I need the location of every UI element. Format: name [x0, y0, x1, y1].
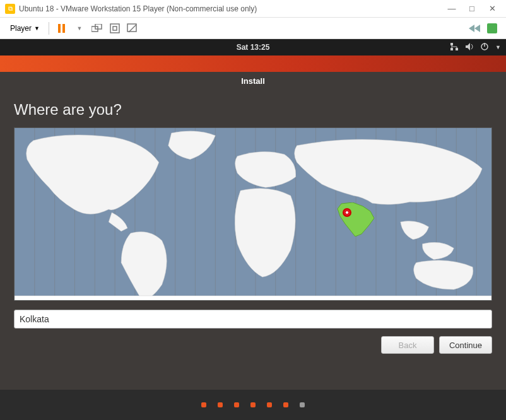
guest-screen: Sat 13:25 ▼ Install Where are you?: [0, 39, 506, 420]
send-ctrl-alt-del-button[interactable]: [90, 21, 105, 36]
progress-dot: [201, 402, 206, 407]
note-icon: [487, 23, 497, 33]
vmware-app-icon: ⧉: [5, 4, 15, 14]
heading-where-are-you: Where are you?: [14, 101, 492, 119]
toolbar-separator: [49, 22, 49, 35]
back-button[interactable]: Back: [381, 336, 434, 354]
svg-rect-3: [113, 26, 117, 30]
svg-line-5: [129, 25, 136, 32]
svg-rect-2: [110, 24, 119, 33]
unity-icon: [127, 23, 138, 33]
cycle-multiple-monitors-button[interactable]: [467, 21, 482, 36]
svg-rect-4: [127, 24, 136, 32]
button-row: Back Continue: [14, 336, 492, 354]
send-keys-icon: [91, 24, 103, 33]
progress-dot: [283, 402, 288, 407]
progress-dot: [250, 402, 256, 407]
svg-rect-10: [456, 48, 458, 50]
player-menu[interactable]: Player ▼: [5, 21, 45, 35]
continue-button[interactable]: Continue: [439, 336, 492, 354]
svg-marker-7: [474, 25, 480, 32]
vmware-toolbar: Player ▼ ▼: [0, 18, 506, 39]
maximize-button[interactable]: □: [463, 3, 481, 15]
network-icon[interactable]: [450, 42, 459, 53]
svg-marker-6: [469, 25, 474, 32]
pause-vm-button[interactable]: [54, 21, 69, 36]
pause-icon: [58, 24, 65, 33]
svg-rect-9: [450, 48, 453, 50]
window-title-bar: ⧉ Ubuntu 18 - VMware Workstation 15 Play…: [0, 0, 506, 18]
progress-dot: [300, 402, 305, 407]
power-dropdown-button[interactable]: ▼: [72, 21, 87, 36]
manage-notes-button[interactable]: [485, 21, 500, 36]
clock[interactable]: Sat 13:25: [237, 43, 270, 52]
rewind-icon: [469, 25, 480, 32]
player-menu-label: Player: [10, 24, 32, 33]
close-button[interactable]: ✕: [483, 3, 501, 15]
power-icon[interactable]: [480, 42, 489, 53]
svg-rect-8: [450, 43, 453, 45]
chevron-down-icon: ▼: [34, 25, 40, 32]
progress-dot: [218, 402, 223, 407]
installer-progress-dots: [0, 390, 506, 420]
progress-dot: [234, 402, 239, 407]
svg-marker-11: [466, 43, 470, 50]
unity-mode-button[interactable]: [125, 21, 140, 36]
fullscreen-button[interactable]: [107, 21, 122, 36]
installer-body: Where are you?: [0, 90, 506, 390]
installer-title: Install: [0, 72, 506, 90]
timezone-map[interactable]: [14, 127, 492, 301]
volume-icon[interactable]: [465, 42, 474, 53]
system-tray: ▼: [450, 42, 501, 53]
world-map-graphic: [15, 128, 491, 300]
progress-dot: [267, 402, 272, 407]
ubuntu-top-bar: Sat 13:25 ▼: [0, 39, 506, 55]
chevron-down-icon[interactable]: ▼: [495, 44, 501, 50]
location-marker-icon: [343, 208, 351, 217]
window-title: Ubuntu 18 - VMware Workstation 15 Player…: [19, 4, 440, 13]
location-input[interactable]: [14, 310, 492, 329]
fullscreen-icon: [110, 23, 120, 33]
minimize-button[interactable]: —: [443, 3, 461, 15]
orange-band: [0, 55, 506, 72]
